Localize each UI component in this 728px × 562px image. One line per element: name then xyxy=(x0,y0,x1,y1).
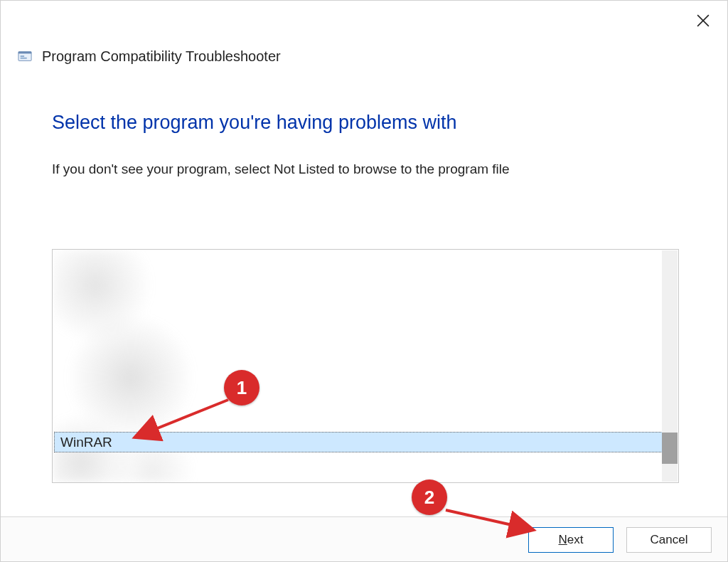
next-accelerator: N xyxy=(559,533,567,546)
page-heading: Select the program you're having problem… xyxy=(52,112,456,134)
troubleshooter-window: Program Compatibility Troubleshooter Sel… xyxy=(0,0,728,562)
scrollbar-track[interactable] xyxy=(662,250,678,482)
program-list[interactable]: WinRAR xyxy=(52,249,679,483)
list-item-selected[interactable]: WinRAR xyxy=(54,432,663,452)
next-label-rest: ext xyxy=(567,533,584,546)
footer-bar: Next Cancel xyxy=(1,516,727,561)
close-icon xyxy=(697,14,710,27)
svg-rect-3 xyxy=(18,52,31,54)
close-button[interactable] xyxy=(693,11,713,31)
annotation-callout-2: 2 xyxy=(412,479,447,515)
wizard-header: Program Compatibility Troubleshooter xyxy=(16,48,281,65)
svg-rect-4 xyxy=(21,55,24,57)
troubleshooter-icon xyxy=(16,48,33,65)
wizard-title: Program Compatibility Troubleshooter xyxy=(42,48,281,65)
next-button[interactable]: Next xyxy=(528,527,614,553)
scrollbar-thumb[interactable] xyxy=(662,433,678,464)
page-subtext: If you don't see your program, select No… xyxy=(52,161,510,177)
svg-rect-5 xyxy=(21,58,27,59)
cancel-button[interactable]: Cancel xyxy=(626,527,712,553)
annotation-callout-1: 1 xyxy=(224,370,259,405)
